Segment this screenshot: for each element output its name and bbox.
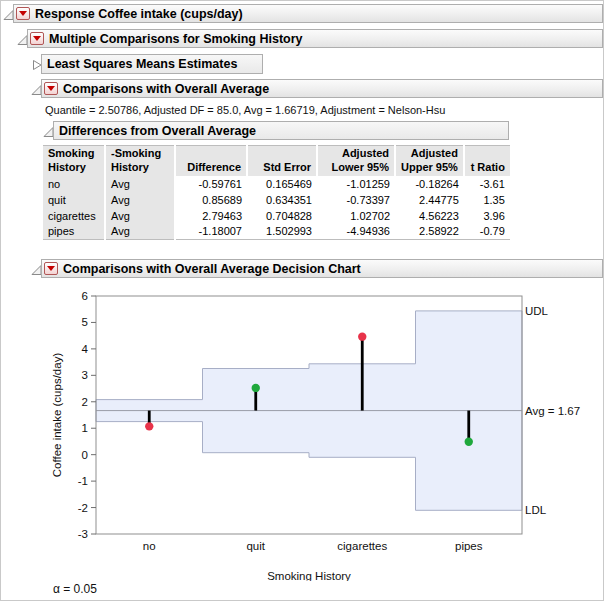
table-cell: -4.94936 (317, 224, 395, 240)
y-tick-label: 5 (82, 316, 88, 328)
table-row[interactable]: pipesAvg-1.180071.502993-4.949362.58922-… (43, 224, 510, 240)
differences-table: SmokingHistory-SmokingHistoryDifferenceS… (43, 145, 510, 240)
y-tick-label: 6 (82, 290, 88, 302)
udl-label: UDL (525, 305, 549, 317)
quantile-note: Quantile = 2.50786, Adjusted DF = 85.0, … (45, 104, 445, 116)
table-row[interactable]: noAvg-0.597610.165469-1.01259-0.18264-3.… (43, 176, 510, 192)
decision-chart: -3-2-10123456UDLAvg = 1.67LDLnoquitcigar… (1, 281, 604, 581)
table-cell: -3.61 (464, 176, 510, 192)
column-header[interactable]: AdjustedLower 95% (317, 146, 395, 176)
ldl-label: LDL (525, 504, 547, 516)
table-cell: Avg (105, 192, 175, 208)
red-menu-button[interactable] (44, 262, 58, 275)
column-header[interactable]: Std Error (247, 146, 317, 176)
data-point-no[interactable] (145, 422, 153, 430)
data-point-cigarettes[interactable] (358, 332, 366, 340)
menu-arrow-icon (19, 11, 27, 16)
table-cell: Avg (105, 224, 175, 240)
header-title: Multiple Comparisons for Smoking History (49, 32, 303, 46)
y-tick-label: -1 (78, 475, 88, 487)
table-cell: 0.634351 (247, 192, 317, 208)
y-tick-label: 1 (82, 422, 88, 434)
table-cell: -0.59761 (175, 176, 247, 192)
table-cell: Avg (105, 176, 175, 192)
table-cell: pipes (43, 224, 105, 240)
table-cell: 1.35 (464, 192, 510, 208)
column-header[interactable]: SmokingHistory (43, 146, 105, 176)
table-cell: 0.704828 (247, 208, 317, 224)
table-cell: -1.01259 (317, 176, 395, 192)
outline-header-comparisons-overall[interactable]: Comparisons with Overall Average (41, 79, 603, 98)
column-header[interactable]: -SmokingHistory (105, 146, 175, 176)
header-title: Differences from Overall Average (59, 124, 256, 138)
y-tick-label: 3 (82, 369, 88, 381)
table-row[interactable]: quitAvg0.856890.634351-0.733972.447751.3… (43, 192, 510, 208)
header-title: Least Squares Means Estimates (47, 57, 237, 71)
x-tick-label: quit (246, 540, 265, 552)
outline-header-multiple-comparisons[interactable]: Multiple Comparisons for Smoking History (27, 29, 603, 48)
menu-arrow-icon (33, 36, 41, 41)
y-tick-label: -3 (78, 528, 88, 540)
table-cell: no (43, 176, 105, 192)
table-cell: 0.165469 (247, 176, 317, 192)
table-cell: cigarettes (43, 208, 105, 224)
table-cell: 1.02702 (317, 208, 395, 224)
column-header[interactable]: t Ratio (464, 146, 510, 176)
data-point-quit[interactable] (252, 384, 260, 392)
header-title: Comparisons with Overall Average (63, 82, 269, 96)
y-tick-label: 4 (82, 343, 89, 355)
menu-arrow-icon (47, 266, 55, 271)
table-header: SmokingHistory-SmokingHistoryDifferenceS… (43, 146, 510, 176)
outline-header-lsm-estimates[interactable]: Least Squares Means Estimates (41, 54, 263, 74)
y-axis-title: Coffee intake (cups/day) (51, 353, 63, 478)
y-tick-label: -2 (78, 502, 88, 514)
table-cell: 4.56223 (395, 208, 464, 224)
outline-header-differences[interactable]: Differences from Overall Average (53, 121, 509, 140)
data-point-pipes[interactable] (465, 438, 473, 446)
x-tick-label: pipes (455, 540, 483, 552)
table-cell: 3.96 (464, 208, 510, 224)
red-menu-button[interactable] (30, 32, 44, 45)
alpha-note: α = 0.05 (53, 582, 97, 596)
table-cell: Avg (105, 208, 175, 224)
table-cell: -1.18007 (175, 224, 247, 240)
table-cell: 2.58922 (395, 224, 464, 240)
x-axis-title: Smoking History (267, 570, 351, 581)
table-cell: 0.85689 (175, 192, 247, 208)
red-menu-button[interactable] (16, 7, 30, 20)
table-cell: 2.79463 (175, 208, 247, 224)
table-cell: -0.79 (464, 224, 510, 240)
outline-header-decision-chart[interactable]: Comparisons with Overall Average Decisio… (41, 259, 603, 278)
header-title: Comparisons with Overall Average Decisio… (63, 262, 361, 276)
table-cell: 2.44775 (395, 192, 464, 208)
table-body: noAvg-0.597610.165469-1.01259-0.18264-3.… (43, 176, 510, 240)
outline-header-response[interactable]: Response Coffee intake (cups/day) (13, 4, 603, 23)
y-tick-label: 2 (82, 396, 88, 408)
column-header[interactable]: Difference (175, 146, 247, 176)
menu-arrow-icon (47, 86, 55, 91)
table-cell: -0.73397 (317, 192, 395, 208)
header-title: Response Coffee intake (cups/day) (35, 7, 243, 21)
avg-label: Avg = 1.67 (525, 405, 580, 417)
table-cell: -0.18264 (395, 176, 464, 192)
y-tick-label: 0 (82, 449, 88, 461)
red-menu-button[interactable] (44, 82, 58, 95)
table-row[interactable]: cigarettesAvg2.794630.7048281.027024.562… (43, 208, 510, 224)
column-header[interactable]: AdjustedUpper 95% (395, 146, 464, 176)
table-cell: 1.502993 (247, 224, 317, 240)
table-cell: quit (43, 192, 105, 208)
x-tick-label: cigarettes (337, 540, 387, 552)
x-tick-label: no (143, 540, 156, 552)
